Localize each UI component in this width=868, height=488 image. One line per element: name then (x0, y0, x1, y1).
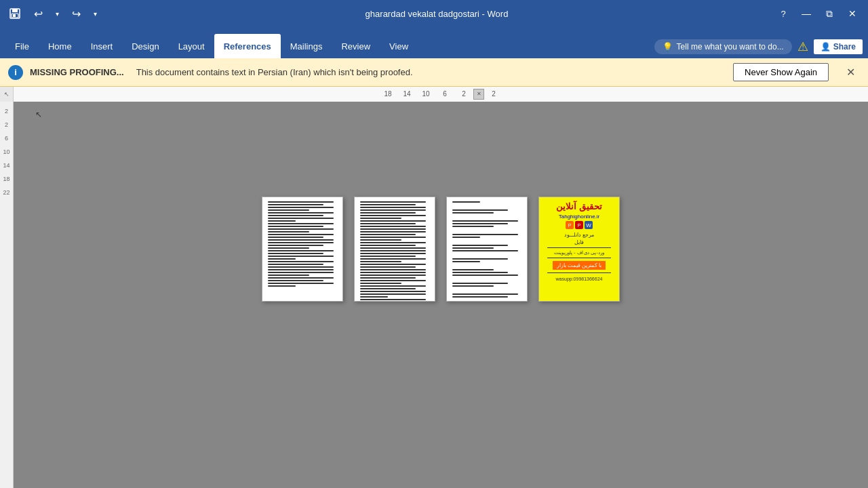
main-area: 2 2 6 10 14 18 22 ↖ (0, 102, 868, 488)
ad-line1: مرجع دانلـــود (564, 232, 594, 238)
help-button[interactable]: ? (773, 3, 793, 24)
page-3-content (447, 197, 527, 302)
notification-bar: i MISSING PROOFING... This document cont… (0, 58, 868, 87)
never-show-again-button[interactable]: Never Show Again (733, 63, 829, 81)
ad-line2: فایل (574, 239, 584, 245)
title-bar: ↩ ▾ ↪ ▾ gharardad vekalat dadgostari - W… (0, 0, 868, 27)
page-1-content (262, 197, 342, 291)
page-4[interactable]: تحقیق آنلاین Tahghighonline.ir W P P مرج… (538, 197, 620, 302)
notification-title: MISSING PROOFING... (30, 67, 124, 77)
ruler-v-2a: 2 (5, 104, 8, 118)
quick-access-toolbar: ↩ ▾ ↪ ▾ (5, 4, 100, 23)
ad-divider3 (547, 272, 611, 273)
tab-references[interactable]: References (214, 34, 281, 58)
tab-view[interactable]: View (380, 34, 418, 58)
ad-url: Tahghighonline.ir (559, 214, 600, 220)
notification-message: This document contains text in Persian (… (136, 67, 726, 77)
ruler-num-2a: 2 (454, 90, 473, 98)
tab-design[interactable]: Design (122, 34, 168, 58)
ruler-v-18: 18 (3, 172, 9, 186)
tab-file[interactable]: File (5, 34, 39, 58)
ad-divider1 (547, 247, 611, 248)
ruler-v-10: 10 (3, 145, 9, 159)
ad-line4: با کمترین قیمت بازار (553, 261, 606, 270)
share-icon: 👤 (821, 42, 831, 52)
undo-button[interactable]: ↩ (28, 4, 47, 23)
ruler-num-10: 10 (416, 90, 435, 98)
ad-title: تحقیق آنلاین (556, 201, 602, 211)
ruler-num-6: 6 (435, 90, 454, 98)
page-2[interactable] (354, 197, 435, 302)
cursor: ↖ (35, 110, 42, 119)
ribbon: File Home Insert Design Layout Reference… (0, 27, 868, 58)
save-button[interactable] (5, 4, 24, 23)
page-3[interactable] (446, 197, 528, 302)
share-button[interactable]: 👤 Share (814, 39, 863, 54)
ruler-num-14: 14 (397, 90, 416, 98)
tab-review[interactable]: Review (332, 34, 380, 58)
ruler-v-2b: 2 (5, 118, 8, 131)
tell-me-input[interactable]: 💡 Tell me what you want to do... (654, 39, 792, 54)
page-1[interactable] (262, 197, 343, 302)
redo-button[interactable]: ↪ (66, 4, 85, 23)
close-button[interactable]: ✕ (842, 3, 863, 24)
tab-home[interactable]: Home (39, 34, 81, 58)
ruler-num-18: 18 (378, 90, 397, 98)
ruler-v-14: 14 (3, 159, 9, 172)
customize-qa-dropdown[interactable]: ▾ (90, 4, 100, 23)
ad-content: تحقیق آنلاین Tahghighonline.ir W P P مرج… (539, 197, 619, 301)
svg-rect-3 (13, 14, 16, 17)
svg-rect-1 (12, 9, 18, 12)
ruler-area: ↖ 18 14 10 6 2 ✕ 2 (0, 87, 868, 102)
ad-phone: wasupp:09981366624 (556, 277, 603, 281)
ad-icons: W P P (566, 221, 593, 229)
ribbon-right: 💡 Tell me what you want to do... ⚠ 👤 Sha… (654, 39, 863, 58)
ad-line3: ورد-پی دی اف - پاورپوینت (554, 250, 604, 256)
undo-dropdown[interactable]: ▾ (52, 4, 62, 23)
ruler-corner[interactable]: ↖ (0, 87, 14, 102)
tab-mailings[interactable]: Mailings (281, 34, 332, 58)
tell-me-text: Tell me what you want to do... (677, 42, 784, 52)
window-controls: ? — ⧉ ✕ (773, 3, 863, 24)
minimize-button[interactable]: — (796, 3, 816, 24)
pages-row: تحقیق آنلاین Tahghighonline.ir W P P مرج… (262, 197, 620, 302)
tab-insert[interactable]: Insert (81, 34, 123, 58)
ad-divider2 (547, 258, 611, 258)
vertical-ruler: 2 2 6 10 14 18 22 (0, 102, 14, 488)
page-1-blank (262, 291, 342, 301)
ruler-marker: ✕ (473, 89, 484, 100)
info-icon: i (8, 65, 23, 80)
ruler-numbers: 18 14 10 6 2 ✕ 2 (378, 89, 503, 100)
warning-icon: ⚠ (797, 39, 808, 54)
ruler-num-2b: 2 (484, 90, 503, 98)
lightbulb-icon: 💡 (663, 42, 673, 52)
horizontal-ruler: 18 14 10 6 2 ✕ 2 (14, 87, 868, 102)
restore-button[interactable]: ⧉ (819, 3, 840, 24)
ruler-v-6: 6 (5, 131, 8, 145)
ruler-v-22: 22 (3, 186, 9, 199)
document-area: ↖ (14, 102, 868, 488)
share-label: Share (833, 42, 856, 52)
page-2-content (355, 197, 435, 302)
tab-layout[interactable]: Layout (169, 34, 214, 58)
document-title: gharardad vekalat dadgostari - Word (100, 9, 773, 19)
notification-close-button[interactable]: ✕ (841, 63, 860, 82)
